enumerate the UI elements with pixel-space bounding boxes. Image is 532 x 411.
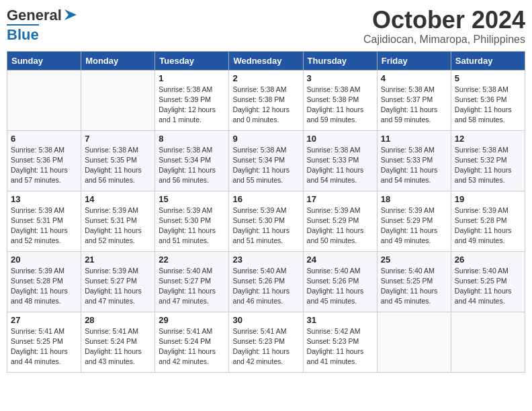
day-number: 5 bbox=[455, 73, 521, 83]
day-info: Sunrise: 5:38 AM Sunset: 5:38 PM Dayligh… bbox=[307, 85, 373, 126]
calendar-cell bbox=[81, 70, 155, 130]
title-block: October 2024 Cajidiocan, Mimaropa, Phili… bbox=[363, 7, 525, 46]
calendar-cell: 27Sunrise: 5:41 AM Sunset: 5:25 PM Dayli… bbox=[7, 312, 81, 372]
calendar-cell: 2Sunrise: 5:38 AM Sunset: 5:38 PM Daylig… bbox=[229, 70, 303, 130]
day-info: Sunrise: 5:40 AM Sunset: 5:26 PM Dayligh… bbox=[307, 266, 373, 307]
day-info: Sunrise: 5:39 AM Sunset: 5:29 PM Dayligh… bbox=[381, 205, 447, 246]
day-info: Sunrise: 5:38 AM Sunset: 5:33 PM Dayligh… bbox=[381, 145, 447, 186]
day-number: 23 bbox=[232, 255, 299, 265]
weekday-header-saturday: Saturday bbox=[451, 51, 525, 70]
calendar-cell: 9Sunrise: 5:38 AM Sunset: 5:34 PM Daylig… bbox=[229, 130, 303, 191]
calendar-week-row: 1Sunrise: 5:38 AM Sunset: 5:39 PM Daylig… bbox=[7, 70, 525, 130]
calendar-cell bbox=[377, 312, 451, 372]
day-info: Sunrise: 5:41 AM Sunset: 5:24 PM Dayligh… bbox=[85, 326, 151, 367]
day-number: 28 bbox=[85, 315, 151, 325]
calendar-cell: 11Sunrise: 5:38 AM Sunset: 5:33 PM Dayli… bbox=[377, 130, 451, 191]
day-number: 4 bbox=[381, 73, 447, 83]
weekday-header-row: SundayMondayTuesdayWednesdayThursdayFrid… bbox=[7, 51, 525, 70]
day-info: Sunrise: 5:38 AM Sunset: 5:37 PM Dayligh… bbox=[381, 85, 447, 126]
day-info: Sunrise: 5:38 AM Sunset: 5:35 PM Dayligh… bbox=[85, 145, 151, 186]
day-number: 21 bbox=[85, 255, 151, 265]
calendar-cell: 7Sunrise: 5:38 AM Sunset: 5:35 PM Daylig… bbox=[81, 130, 155, 191]
logo-general: General bbox=[7, 7, 62, 24]
day-number: 20 bbox=[11, 255, 77, 265]
calendar-cell bbox=[7, 70, 81, 130]
day-info: Sunrise: 5:42 AM Sunset: 5:23 PM Dayligh… bbox=[307, 326, 373, 367]
calendar-cell: 26Sunrise: 5:40 AM Sunset: 5:25 PM Dayli… bbox=[451, 251, 525, 312]
day-number: 15 bbox=[159, 194, 225, 204]
day-number: 22 bbox=[159, 255, 225, 265]
day-number: 9 bbox=[232, 134, 299, 144]
day-info: Sunrise: 5:39 AM Sunset: 5:28 PM Dayligh… bbox=[455, 205, 521, 246]
day-number: 27 bbox=[11, 315, 77, 325]
calendar-cell: 23Sunrise: 5:40 AM Sunset: 5:26 PM Dayli… bbox=[229, 251, 303, 312]
day-number: 26 bbox=[455, 255, 521, 265]
calendar-cell: 12Sunrise: 5:38 AM Sunset: 5:32 PM Dayli… bbox=[451, 130, 525, 191]
day-number: 11 bbox=[381, 134, 447, 144]
calendar-cell: 29Sunrise: 5:41 AM Sunset: 5:24 PM Dayli… bbox=[155, 312, 229, 372]
day-number: 2 bbox=[232, 73, 299, 83]
day-number: 19 bbox=[455, 194, 521, 204]
day-info: Sunrise: 5:39 AM Sunset: 5:31 PM Dayligh… bbox=[85, 205, 151, 246]
calendar-cell: 20Sunrise: 5:39 AM Sunset: 5:28 PM Dayli… bbox=[7, 251, 81, 312]
day-number: 16 bbox=[232, 194, 299, 204]
calendar-cell: 25Sunrise: 5:40 AM Sunset: 5:25 PM Dayli… bbox=[377, 251, 451, 312]
calendar-week-row: 27Sunrise: 5:41 AM Sunset: 5:25 PM Dayli… bbox=[7, 312, 525, 372]
day-info: Sunrise: 5:41 AM Sunset: 5:25 PM Dayligh… bbox=[11, 326, 77, 367]
day-number: 24 bbox=[307, 255, 373, 265]
day-number: 17 bbox=[307, 194, 373, 204]
calendar-cell: 16Sunrise: 5:39 AM Sunset: 5:30 PM Dayli… bbox=[229, 191, 303, 251]
calendar-week-row: 6Sunrise: 5:38 AM Sunset: 5:36 PM Daylig… bbox=[7, 130, 525, 191]
calendar-cell bbox=[451, 312, 525, 372]
calendar-cell: 18Sunrise: 5:39 AM Sunset: 5:29 PM Dayli… bbox=[377, 191, 451, 251]
day-info: Sunrise: 5:39 AM Sunset: 5:30 PM Dayligh… bbox=[159, 205, 225, 246]
calendar-cell: 24Sunrise: 5:40 AM Sunset: 5:26 PM Dayli… bbox=[303, 251, 377, 312]
day-info: Sunrise: 5:38 AM Sunset: 5:33 PM Dayligh… bbox=[307, 145, 373, 186]
day-number: 30 bbox=[232, 315, 299, 325]
calendar-cell: 21Sunrise: 5:39 AM Sunset: 5:27 PM Dayli… bbox=[81, 251, 155, 312]
calendar-cell: 19Sunrise: 5:39 AM Sunset: 5:28 PM Dayli… bbox=[451, 191, 525, 251]
day-info: Sunrise: 5:39 AM Sunset: 5:30 PM Dayligh… bbox=[232, 205, 299, 246]
day-number: 7 bbox=[85, 134, 151, 144]
calendar-cell: 5Sunrise: 5:38 AM Sunset: 5:36 PM Daylig… bbox=[451, 70, 525, 130]
weekday-header-friday: Friday bbox=[377, 51, 451, 70]
day-info: Sunrise: 5:38 AM Sunset: 5:36 PM Dayligh… bbox=[11, 145, 77, 186]
calendar-cell: 22Sunrise: 5:40 AM Sunset: 5:27 PM Dayli… bbox=[155, 251, 229, 312]
logo-blue: Blue bbox=[7, 24, 39, 44]
day-info: Sunrise: 5:39 AM Sunset: 5:31 PM Dayligh… bbox=[11, 205, 77, 246]
calendar-cell: 14Sunrise: 5:39 AM Sunset: 5:31 PM Dayli… bbox=[81, 191, 155, 251]
day-info: Sunrise: 5:38 AM Sunset: 5:34 PM Dayligh… bbox=[232, 145, 299, 186]
weekday-header-sunday: Sunday bbox=[7, 51, 81, 70]
day-info: Sunrise: 5:38 AM Sunset: 5:39 PM Dayligh… bbox=[159, 85, 225, 126]
calendar-cell: 6Sunrise: 5:38 AM Sunset: 5:36 PM Daylig… bbox=[7, 130, 81, 191]
day-number: 1 bbox=[159, 73, 225, 83]
calendar-cell: 31Sunrise: 5:42 AM Sunset: 5:23 PM Dayli… bbox=[303, 312, 377, 372]
logo-arrow-icon bbox=[63, 8, 78, 21]
calendar-table: SundayMondayTuesdayWednesdayThursdayFrid… bbox=[7, 51, 525, 373]
calendar-cell: 17Sunrise: 5:39 AM Sunset: 5:29 PM Dayli… bbox=[303, 191, 377, 251]
day-info: Sunrise: 5:38 AM Sunset: 5:34 PM Dayligh… bbox=[159, 145, 225, 186]
svg-marker-0 bbox=[64, 9, 77, 20]
calendar-cell: 30Sunrise: 5:41 AM Sunset: 5:23 PM Dayli… bbox=[229, 312, 303, 372]
day-info: Sunrise: 5:39 AM Sunset: 5:29 PM Dayligh… bbox=[307, 205, 373, 246]
calendar-cell: 13Sunrise: 5:39 AM Sunset: 5:31 PM Dayli… bbox=[7, 191, 81, 251]
day-number: 18 bbox=[381, 194, 447, 204]
day-number: 3 bbox=[307, 73, 373, 83]
calendar-cell: 1Sunrise: 5:38 AM Sunset: 5:39 PM Daylig… bbox=[155, 70, 229, 130]
day-number: 10 bbox=[307, 134, 373, 144]
calendar-cell: 28Sunrise: 5:41 AM Sunset: 5:24 PM Dayli… bbox=[81, 312, 155, 372]
logo: General Blue bbox=[7, 7, 78, 44]
weekday-header-thursday: Thursday bbox=[303, 51, 377, 70]
day-info: Sunrise: 5:40 AM Sunset: 5:25 PM Dayligh… bbox=[455, 266, 521, 307]
day-number: 31 bbox=[307, 315, 373, 325]
page-header: General Blue October 2024 Cajidiocan, Mi… bbox=[7, 7, 525, 46]
day-info: Sunrise: 5:40 AM Sunset: 5:26 PM Dayligh… bbox=[232, 266, 299, 307]
day-info: Sunrise: 5:39 AM Sunset: 5:27 PM Dayligh… bbox=[85, 266, 151, 307]
day-info: Sunrise: 5:38 AM Sunset: 5:38 PM Dayligh… bbox=[232, 85, 299, 126]
day-info: Sunrise: 5:38 AM Sunset: 5:32 PM Dayligh… bbox=[455, 145, 521, 186]
day-number: 29 bbox=[159, 315, 225, 325]
day-number: 6 bbox=[11, 134, 77, 144]
day-info: Sunrise: 5:41 AM Sunset: 5:24 PM Dayligh… bbox=[159, 326, 225, 367]
location-subtitle: Cajidiocan, Mimaropa, Philippines bbox=[363, 34, 525, 46]
weekday-header-monday: Monday bbox=[81, 51, 155, 70]
